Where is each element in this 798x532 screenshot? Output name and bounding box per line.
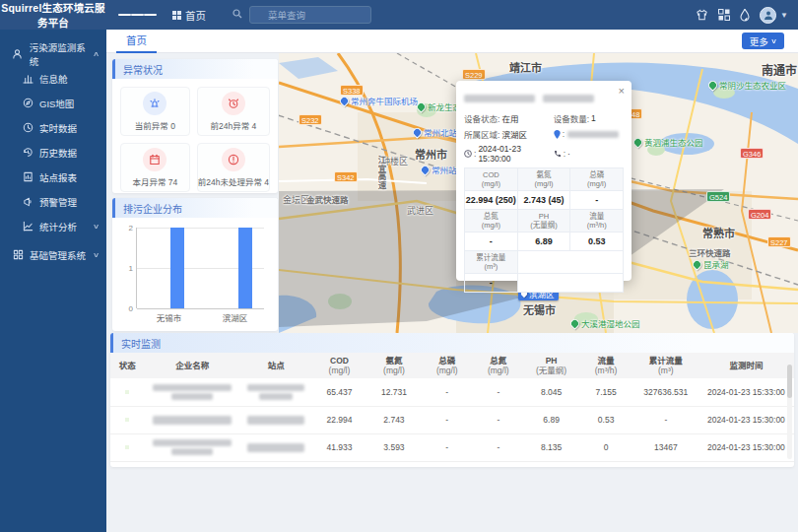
map-label-poi-blue: 常州北站 — [413, 126, 457, 138]
column-header: COD(mg/l) — [312, 353, 367, 378]
sidebar: 污染源监测系统∧ 信息舱 GIS地图 实时数据 历史数据 站点报表 预警管理 统… — [0, 30, 106, 532]
table-row[interactable]: 22.9942.743--6.890.53-2024-01-23 15:30:0… — [110, 406, 794, 433]
app-logo: Squirrel生态环境云服务平台 — [0, 0, 106, 30]
sidebar-item-1[interactable]: 信息舱 — [0, 66, 106, 91]
hamburger-menu-icon[interactable] — [118, 12, 157, 18]
map-label-road: 江宜高速 — [375, 156, 387, 189]
table-cell: 2024-01-23 15:33:00 — [698, 378, 794, 406]
metric-value: - — [570, 191, 624, 210]
table-cell: 6.89 — [524, 406, 579, 433]
more-button[interactable]: 更多∨ — [742, 33, 784, 49]
sidebar-item-8[interactable]: 基础管理系统∨ — [0, 242, 106, 267]
tab-bar: 首页 更多∨ — [106, 30, 798, 53]
map-label-poi-blue: 常州站 — [421, 164, 457, 175]
table-cell: 0 — [578, 433, 633, 461]
user-caret-down-icon[interactable]: ▼ — [780, 11, 788, 20]
calendar-icon — [149, 154, 161, 166]
table-cell: 8.135 — [524, 433, 579, 461]
map-label-city: 常州市 — [415, 146, 447, 162]
sidebar-item-7[interactable]: 统计分析∨ — [0, 214, 106, 238]
dashboard-icon — [23, 73, 33, 84]
sidebar-item-label: 预警管理 — [39, 195, 77, 209]
table-scrollbar[interactable] — [787, 365, 792, 459]
map-label-city-lg: 南通市 — [762, 61, 797, 78]
chevron-down-icon: ∨ — [93, 251, 100, 259]
sidebar-item-label: 信息舱 — [39, 72, 68, 86]
layout-icon[interactable] — [718, 9, 730, 21]
road-badge: S342 — [334, 171, 358, 182]
stat-card-3[interactable]: 前24h未处理异常 4 — [197, 143, 270, 192]
map-label-poi-green: 大溪港湿地公园 — [570, 317, 640, 329]
device-count-field: 设备数量:1 — [554, 112, 624, 124]
map-label-poi-green: 昆承湖 — [693, 258, 729, 270]
map-label-city: 靖江市 — [509, 59, 542, 75]
metric-value: - — [465, 274, 518, 293]
settings-icon — [13, 249, 24, 260]
stat-card-2[interactable]: 本月异常 74 — [120, 143, 190, 192]
enterprise-distribution-panel: 排污企业分布 012 无锡市滨湖区 — [112, 198, 278, 331]
sidebar-item-0[interactable]: 污染源监测系统∧ — [0, 41, 106, 66]
table-cell: 12.731 — [366, 378, 422, 406]
address-field: : — [554, 129, 624, 139]
table-cell: - — [422, 433, 473, 461]
sidebar-item-4[interactable]: 历史数据 — [0, 140, 106, 165]
road-badge: S227 — [767, 236, 791, 247]
metric-header: 累计流量(m³) — [465, 251, 518, 274]
map-label-city: 无锡市 — [523, 301, 556, 317]
sidebar-item-label: 统计分析 — [39, 220, 77, 233]
stat-card-0[interactable]: 当前异常 0 — [120, 87, 190, 136]
popup-close-icon[interactable]: × — [619, 85, 625, 97]
theme-skin-icon[interactable] — [696, 9, 708, 21]
metric-value: 22.994 (250) — [465, 191, 518, 210]
metric-header: COD(mg/l) — [465, 168, 518, 191]
road-badge: S229 — [462, 69, 486, 80]
column-header: PH(无量纲) — [524, 353, 579, 378]
map-label-district: 金坛区 — [283, 193, 309, 206]
chevron-down-icon: ∨ — [770, 37, 777, 45]
table-row[interactable]: 65.43712.731--8.0457.155327636.5312024-0… — [110, 378, 794, 406]
alert-circle-icon — [228, 154, 239, 166]
table-cell: - — [422, 378, 473, 406]
company-name-redacted — [145, 378, 240, 406]
road-badge: G204 — [748, 209, 771, 220]
chevron-down-icon: ∨ — [93, 223, 100, 231]
column-header: 总氮(mg/l) — [473, 353, 524, 378]
stat-card-label: 前24h异常 4 — [210, 119, 256, 131]
stat-card-label: 当前异常 0 — [135, 119, 175, 131]
tab-home[interactable]: 首页 — [116, 30, 157, 53]
sidebar-item-6[interactable]: 预警管理 — [0, 189, 106, 214]
nav-home[interactable]: 首页 — [172, 8, 206, 23]
map-label-poi-green: 常阴沙生态农业区 — [708, 79, 786, 91]
company-name-redacted — [145, 406, 240, 433]
table-cell: 2024-01-23 15:30:00 — [698, 433, 794, 461]
table-row[interactable]: 41.9333.593--8.1350134672024-01-23 15:30… — [110, 433, 794, 461]
history-icon — [23, 147, 33, 158]
map-canvas[interactable]: 靖江市南通市常州市常熟市无锡市钟楼区金坛区武进区金武快速路三环快速路江宜高速黄泗… — [279, 53, 798, 333]
sidebar-item-2[interactable]: GIS地图 — [0, 91, 106, 115]
flame-icon[interactable] — [740, 9, 750, 22]
user-avatar[interactable] — [760, 7, 776, 24]
column-header: 企业名称 — [145, 353, 240, 378]
search-input[interactable] — [249, 6, 371, 24]
phone-field: :· — [554, 149, 624, 159]
table-cell: 41.933 — [312, 433, 367, 461]
metric-header: PH(无量纲) — [517, 210, 570, 233]
map-label-road: 金武快速路 — [306, 193, 349, 205]
stat-card-1[interactable]: 前24h异常 4 — [197, 87, 270, 136]
map-label-city: 常熟市 — [702, 225, 735, 240]
map-label-road: 三环快速路 — [689, 246, 731, 258]
sidebar-item-label: 站点报表 — [39, 170, 77, 184]
sidebar-item-label: 实时数据 — [39, 121, 77, 135]
bar-无锡市 — [170, 228, 184, 308]
sidebar-item-label: 基础管理系统 — [30, 248, 86, 262]
alarm-clock-icon — [228, 98, 239, 109]
sidebar-item-label: 污染源监测系统 — [30, 40, 94, 68]
table-cell: - — [422, 406, 473, 433]
station-redacted — [240, 433, 312, 461]
realtime-monitor-panel: 实时监测 状态企业名称站点COD(mg/l)氨氮(mg/l)总磷(mg/l)总氮… — [110, 333, 794, 467]
region-field: 所属区域:滨湖区 — [464, 128, 554, 140]
sidebar-item-5[interactable]: 站点报表 — [0, 165, 106, 189]
table-cell: 8.045 — [524, 378, 579, 406]
sidebar-item-3[interactable]: 实时数据 — [0, 115, 106, 140]
stat-card-label: 前24h未处理异常 4 — [198, 175, 269, 187]
